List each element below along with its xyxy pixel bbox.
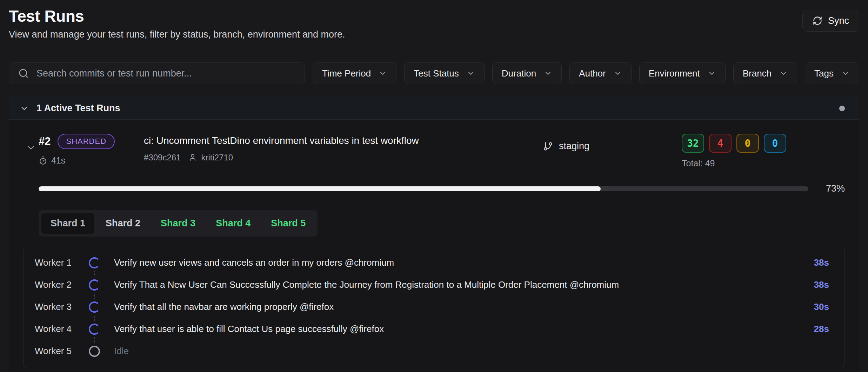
run-duration-value: 41s xyxy=(51,155,65,166)
active-runs-header[interactable]: 1 Active Test Runs xyxy=(9,97,859,120)
worker-name: Worker 2 xyxy=(35,279,87,290)
worker-duration: 28s xyxy=(814,324,829,334)
search-input[interactable] xyxy=(36,68,295,79)
worker-test-name: Idle xyxy=(114,346,829,357)
toolbar: Time Period Test Status Duration Author … xyxy=(9,62,859,84)
chevron-down-icon xyxy=(614,69,622,78)
tab-shard-3[interactable]: Shard 3 xyxy=(152,213,205,234)
progress-percent-label: 73% xyxy=(820,183,845,194)
run-id-block: #2 SHARDED 41s xyxy=(39,134,144,166)
progress-bar xyxy=(39,186,808,191)
refresh-icon xyxy=(813,16,822,26)
search-icon xyxy=(18,68,29,79)
chevron-down-icon xyxy=(20,104,29,113)
page-title: Test Runs xyxy=(9,7,345,25)
worker-test-name: Verify that all the navbar are working p… xyxy=(114,301,814,312)
spinner-icon xyxy=(87,299,102,315)
worker-row: Worker 2 Verify That a New User Can Succ… xyxy=(24,274,844,296)
chevron-down-icon xyxy=(708,69,716,78)
run-duration: 41s xyxy=(39,155,144,166)
active-runs-title: 1 Active Test Runs xyxy=(36,103,120,114)
run-expand-chevron[interactable] xyxy=(23,134,39,154)
page-subtitle: View and manage your test runs, filter b… xyxy=(9,29,345,40)
worker-duration: 30s xyxy=(814,301,829,312)
worker-test-name: Verify new user views and cancels an ord… xyxy=(114,257,814,268)
worker-duration: 38s xyxy=(814,279,829,290)
spinner-icon xyxy=(87,255,102,271)
filter-branch[interactable]: Branch xyxy=(733,62,797,84)
progress-bar-fill xyxy=(39,186,601,191)
git-branch-icon xyxy=(543,141,553,151)
failed-count-badge: 4 xyxy=(709,134,732,153)
search-box[interactable] xyxy=(9,62,305,84)
run-number: #2 xyxy=(39,135,51,148)
sharded-badge: SHARDED xyxy=(58,134,115,149)
worker-name: Worker 4 xyxy=(35,324,87,334)
active-runs-panel: 1 Active Test Runs #2 SHARDED 41s xyxy=(9,97,859,372)
live-indicator-dot xyxy=(839,106,845,111)
worker-name: Worker 3 xyxy=(35,301,87,312)
worker-row: Worker 1 Verify new user views and cance… xyxy=(24,252,844,274)
shard-tabs: Shard 1 Shard 2 Shard 3 Shard 4 Shard 5 xyxy=(39,210,318,237)
worker-name: Worker 1 xyxy=(35,257,87,268)
worker-test-name: Verify that user is able to fill Contact… xyxy=(114,324,814,334)
filter-test-status[interactable]: Test Status xyxy=(404,62,485,84)
chevron-down-icon xyxy=(467,69,475,78)
filter-label: Test Status xyxy=(414,68,459,79)
filter-label: Time Period xyxy=(322,68,371,79)
run-meta: #309c261 kriti2710 xyxy=(144,153,543,162)
progress-row: 73% xyxy=(39,183,845,194)
chevron-down-icon xyxy=(544,69,552,78)
filter-author[interactable]: Author xyxy=(569,62,632,84)
filter-label: Environment xyxy=(649,68,700,79)
run-row: #2 SHARDED 41s ci: Uncomment TestDino en… xyxy=(23,134,845,168)
branch-block: staging xyxy=(543,134,682,152)
spinner-icon xyxy=(87,321,102,337)
chevron-down-icon xyxy=(26,143,36,153)
run-title: ci: Uncomment TestDino environment varia… xyxy=(144,135,543,146)
chevron-down-icon xyxy=(841,69,850,78)
run-stats-block: 32 4 0 0 Total: 49 xyxy=(682,134,845,168)
worker-panel: Worker 1 Verify new user views and cance… xyxy=(23,246,845,368)
total-tests-label: Total: 49 xyxy=(682,158,845,168)
page-header-text: Test Runs View and manage your test runs… xyxy=(9,7,345,40)
filter-label: Tags xyxy=(814,68,834,79)
skipped-count-badge: 0 xyxy=(764,134,786,153)
filter-label: Author xyxy=(579,68,606,79)
idle-circle-icon xyxy=(87,344,102,359)
filter-label: Branch xyxy=(743,68,772,79)
worker-row: Worker 3 Verify that all the navbar are … xyxy=(24,296,844,318)
filter-duration[interactable]: Duration xyxy=(492,62,562,84)
stat-badges: 32 4 0 0 xyxy=(682,134,845,153)
worker-test-name: Verify That a New User Can Successfully … xyxy=(114,279,814,290)
test-runs-page: Test Runs View and manage your test runs… xyxy=(0,0,868,372)
filter-label: Duration xyxy=(502,68,536,79)
chevron-down-icon xyxy=(779,69,788,78)
user-icon xyxy=(188,153,197,162)
chevron-down-icon xyxy=(379,69,387,78)
filter-tags[interactable]: Tags xyxy=(805,62,859,84)
page-header: Test Runs View and manage your test runs… xyxy=(9,7,859,40)
author-name: kriti2710 xyxy=(201,153,233,162)
commit-hash: #309c261 xyxy=(144,153,181,162)
sync-button-label: Sync xyxy=(828,15,849,26)
timer-icon xyxy=(39,156,47,165)
tab-shard-1[interactable]: Shard 1 xyxy=(41,213,94,234)
filter-environment[interactable]: Environment xyxy=(639,62,726,84)
passed-count-badge: 32 xyxy=(682,134,704,153)
flaky-count-badge: 0 xyxy=(736,134,759,153)
run-section: #2 SHARDED 41s ci: Uncomment TestDino en… xyxy=(9,120,859,372)
sync-button[interactable]: Sync xyxy=(802,10,859,32)
filter-time-period[interactable]: Time Period xyxy=(313,62,396,84)
worker-name: Worker 5 xyxy=(35,346,87,357)
worker-row: Worker 4 Verify that user is able to fil… xyxy=(24,318,844,340)
spinner-icon xyxy=(87,277,102,293)
tab-shard-5[interactable]: Shard 5 xyxy=(262,213,315,234)
branch-name: staging xyxy=(559,141,589,152)
worker-row: Worker 5 Idle xyxy=(24,340,844,362)
tab-shard-4[interactable]: Shard 4 xyxy=(207,213,260,234)
tab-shard-2[interactable]: Shard 2 xyxy=(96,213,149,234)
run-title-block: ci: Uncomment TestDino environment varia… xyxy=(144,134,543,162)
worker-duration: 38s xyxy=(814,257,829,268)
